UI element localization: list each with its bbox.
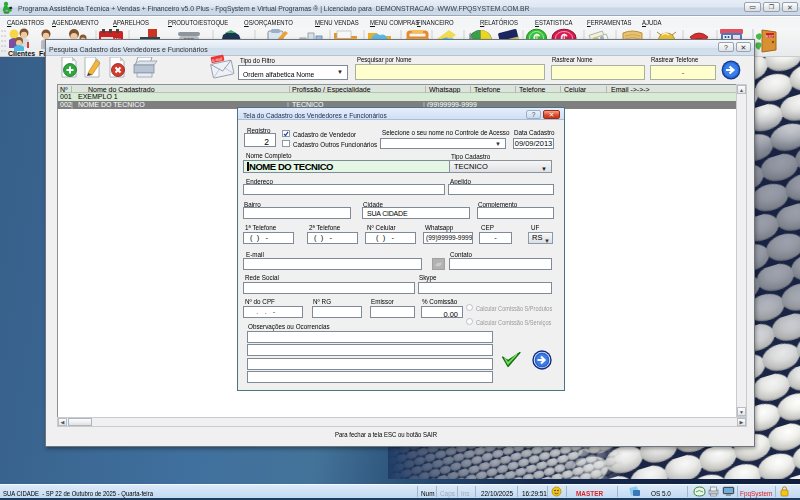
svg-text:EXIT: EXIT [766,35,775,39]
